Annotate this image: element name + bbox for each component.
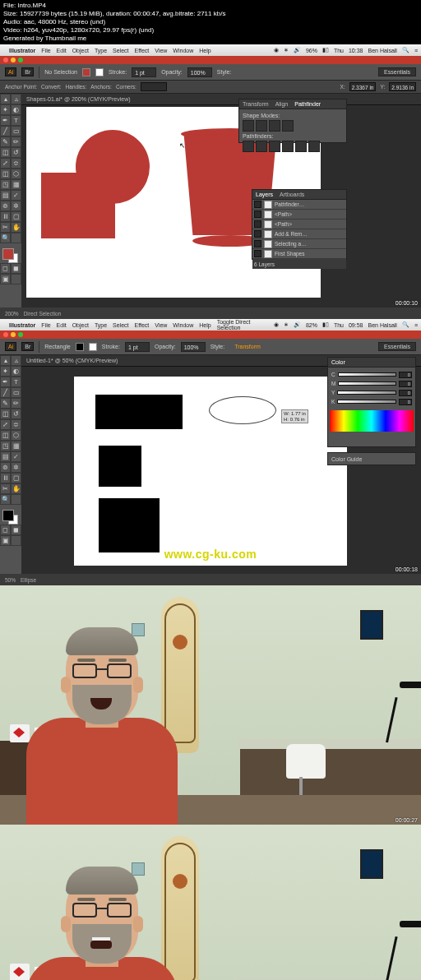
artboard-tool[interactable]: ▢ bbox=[11, 473, 21, 483]
minus-back-icon[interactable] bbox=[308, 141, 320, 152]
visibility-toggle-icon[interactable] bbox=[254, 240, 261, 247]
slider-c[interactable] bbox=[338, 372, 396, 377]
x-field[interactable]: 2.3367 in bbox=[349, 82, 377, 91]
app-name[interactable]: Illustrator bbox=[9, 48, 35, 53]
black-rectangle-wide[interactable] bbox=[95, 395, 183, 429]
value-c[interactable]: 0 bbox=[399, 372, 412, 378]
menu-window[interactable]: Window bbox=[173, 322, 193, 328]
zoom-icon[interactable] bbox=[18, 332, 23, 337]
eraser-tool[interactable]: ◫ bbox=[0, 409, 11, 419]
pencil-tool[interactable]: ✏ bbox=[11, 398, 21, 409]
intersect-icon[interactable] bbox=[269, 120, 280, 132]
line-tool[interactable]: ╱ bbox=[0, 387, 11, 398]
gradient-tool[interactable]: ▤ bbox=[0, 451, 11, 462]
menu-window[interactable]: Window bbox=[173, 48, 193, 53]
volume-icon[interactable]: 🔊 bbox=[294, 47, 301, 53]
menu-object[interactable]: Object bbox=[72, 48, 89, 53]
rotate-tool[interactable]: ↺ bbox=[11, 409, 21, 419]
brush-tool[interactable]: ✎ bbox=[0, 136, 11, 147]
menu-extras-icon[interactable]: ≡ bbox=[414, 322, 418, 328]
red-circle-shape[interactable] bbox=[76, 130, 150, 204]
value-y[interactable]: 0 bbox=[399, 390, 412, 396]
direct-selection-tool[interactable]: ▵ bbox=[11, 94, 21, 104]
minimize-icon[interactable] bbox=[11, 332, 16, 337]
screen-mode[interactable]: ▣ bbox=[0, 274, 11, 284]
tab-pathfinder[interactable]: Pathfinder bbox=[294, 101, 321, 107]
free-transform-tool[interactable]: ◫ bbox=[0, 169, 11, 179]
fill-stroke-swatches[interactable] bbox=[0, 508, 21, 525]
zoom-tool[interactable]: 🔍 bbox=[0, 233, 11, 243]
shape-builder-tool[interactable]: ⬡ bbox=[11, 169, 21, 179]
menu-type[interactable]: Type bbox=[95, 48, 107, 53]
blend-tool[interactable]: ⊚ bbox=[0, 462, 11, 473]
mesh-tool[interactable]: ▦ bbox=[11, 179, 21, 190]
bluetooth-icon[interactable]: ∗ bbox=[284, 47, 289, 53]
stroke-swatch[interactable] bbox=[89, 343, 97, 351]
rotate-tool[interactable]: ↺ bbox=[11, 147, 21, 158]
slider-y[interactable] bbox=[337, 391, 396, 395]
search-icon[interactable]: 🔍 bbox=[402, 321, 409, 328]
visibility-toggle-icon[interactable] bbox=[254, 250, 261, 257]
rectangle-tool[interactable]: ▭ bbox=[11, 387, 21, 398]
free-transform-tool[interactable]: ◫ bbox=[0, 430, 11, 441]
tab-transform[interactable]: Transform bbox=[243, 101, 269, 107]
bluetooth-icon[interactable]: ∗ bbox=[284, 321, 289, 328]
close-icon[interactable] bbox=[3, 58, 8, 62]
canvas-area-2[interactable]: Untitled-1* @ 50% (CMYK/Preview) W: 1.77… bbox=[21, 355, 421, 574]
eyedropper-tool[interactable]: ✓ bbox=[11, 451, 21, 462]
magic-wand-tool[interactable]: ✦ bbox=[0, 104, 11, 115]
wifi-icon[interactable]: ◉ bbox=[274, 47, 279, 53]
zoom-icon[interactable] bbox=[18, 58, 23, 62]
scale-tool[interactable]: ⤢ bbox=[0, 419, 11, 430]
outline-icon[interactable] bbox=[295, 141, 307, 152]
hand-tool[interactable]: ✋ bbox=[11, 483, 21, 494]
volume-icon[interactable]: 🔊 bbox=[294, 321, 301, 328]
draw-mode-normal[interactable]: ◻ bbox=[0, 525, 11, 535]
pathfinder-panel[interactable]: Transform Align Pathfinder Shape Modes: … bbox=[238, 99, 347, 143]
menu-select[interactable]: Select bbox=[113, 322, 128, 328]
black-square-small[interactable] bbox=[99, 446, 141, 487]
exclude-icon[interactable] bbox=[282, 120, 294, 132]
mesh-tool[interactable]: ▦ bbox=[11, 441, 21, 451]
fill-stroke-swatches[interactable] bbox=[0, 247, 21, 263]
draw-mode-behind[interactable]: ◼ bbox=[11, 263, 21, 274]
close-icon[interactable] bbox=[3, 332, 8, 337]
type-tool[interactable]: T bbox=[11, 115, 21, 126]
menu-effect[interactable]: Effect bbox=[135, 322, 150, 328]
symbol-sprayer-tool[interactable]: ✲ bbox=[11, 462, 21, 473]
visibility-toggle-icon[interactable] bbox=[254, 210, 261, 218]
layers-panel[interactable]: Layers Artboards Pathfinder… <Path> <Pat… bbox=[252, 189, 347, 260]
corners-field[interactable] bbox=[141, 82, 167, 91]
unite-icon[interactable] bbox=[243, 120, 254, 132]
minus-front-icon[interactable] bbox=[256, 120, 267, 132]
black-square-large[interactable] bbox=[99, 498, 160, 552]
stroke-swatch[interactable] bbox=[95, 68, 104, 76]
crop-icon[interactable] bbox=[282, 141, 294, 152]
fill-swatch[interactable] bbox=[82, 68, 90, 76]
value-m[interactable]: 0 bbox=[399, 381, 412, 387]
app-name[interactable]: Illustrator bbox=[9, 322, 35, 328]
wifi-icon[interactable]: ◉ bbox=[274, 321, 279, 328]
graph-tool[interactable]: ⫼ bbox=[0, 211, 11, 222]
tab-layers[interactable]: Layers bbox=[256, 192, 273, 197]
menu-select[interactable]: Select bbox=[113, 48, 128, 53]
color-spectrum[interactable] bbox=[330, 410, 414, 432]
direct-selection-tool[interactable]: ▵ bbox=[11, 355, 21, 366]
trim-icon[interactable] bbox=[256, 141, 267, 152]
hand-tool[interactable]: ✋ bbox=[11, 222, 21, 233]
graph-tool[interactable]: ⫼ bbox=[0, 473, 11, 483]
y-field[interactable]: 2.9136 in bbox=[389, 82, 416, 91]
color-guide-panel[interactable]: Color Guide bbox=[327, 452, 416, 465]
type-tool[interactable]: T bbox=[11, 377, 21, 387]
eyedropper-tool[interactable]: ✓ bbox=[11, 190, 21, 201]
width-tool[interactable]: ≎ bbox=[11, 419, 21, 430]
merge-icon[interactable] bbox=[269, 141, 280, 152]
user-name[interactable]: Ben Halsall bbox=[368, 48, 396, 53]
visibility-toggle-icon[interactable] bbox=[254, 220, 261, 228]
ellipse-outline[interactable] bbox=[209, 396, 276, 424]
battery-icon[interactable]: ▮▯ bbox=[322, 47, 329, 53]
opacity-field[interactable]: 100% bbox=[181, 342, 206, 352]
blend-tool[interactable]: ⊚ bbox=[0, 201, 11, 211]
opacity-field[interactable]: 100% bbox=[187, 67, 212, 77]
pen-tool[interactable]: ✒ bbox=[0, 115, 11, 126]
